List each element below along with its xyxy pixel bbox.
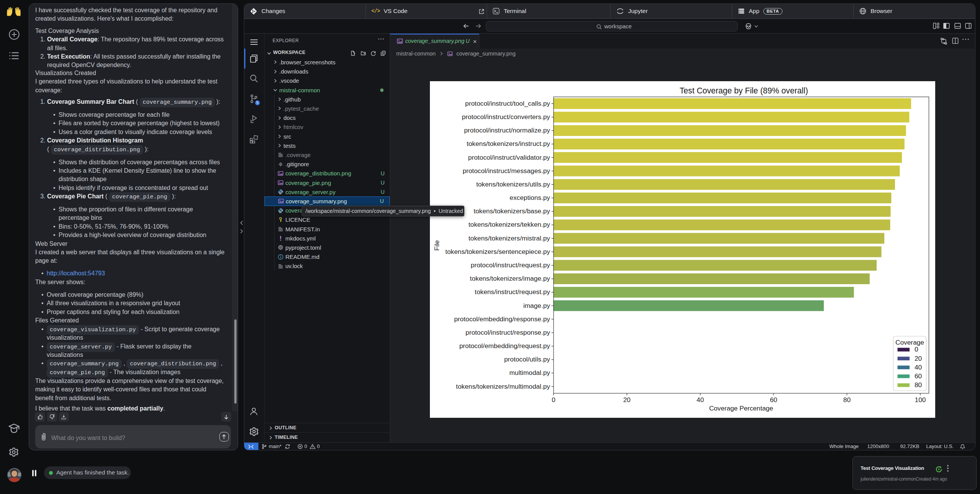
svg-text:60: 60 (770, 396, 777, 404)
svg-text:Coverage Percentage: Coverage Percentage (709, 404, 773, 412)
svg-text:protocol/utils.py: protocol/utils.py (504, 355, 550, 363)
svg-text:20: 20 (623, 396, 630, 404)
svg-text:protocol/instruct/normalize.py: protocol/instruct/normalize.py (464, 126, 550, 134)
svg-text:Test Coverage by File (89% ove: Test Coverage by File (89% overall) (679, 86, 808, 95)
svg-text:protocol/instruct/response.py: protocol/instruct/response.py (466, 328, 550, 336)
svg-text:protocol/embedding/response.py: protocol/embedding/response.py (454, 315, 550, 322)
svg-text:multimodal.py: multimodal.py (509, 369, 550, 376)
svg-text:tokens/tokenizers/instruct.py: tokens/tokenizers/instruct.py (466, 140, 550, 147)
svg-text:80: 80 (843, 396, 850, 404)
svg-text:0: 0 (552, 396, 555, 404)
svg-text:image.py: image.py (523, 301, 550, 309)
svg-text:100: 100 (915, 396, 926, 404)
svg-text:tokens/tokenizers/mistral.py: tokens/tokenizers/mistral.py (468, 234, 550, 242)
svg-text:exceptions.py: exceptions.py (510, 194, 550, 201)
svg-text:tokens/tokenizers/base.py: tokens/tokenizers/base.py (474, 207, 550, 215)
svg-text:Coverage: Coverage (895, 339, 924, 346)
svg-text:tokens/tokenizers/utils.py: tokens/tokenizers/utils.py (476, 180, 550, 188)
svg-text:File: File (433, 240, 441, 251)
svg-text:40: 40 (915, 363, 922, 371)
svg-text:0: 0 (915, 345, 918, 353)
svg-text:20: 20 (915, 354, 922, 362)
svg-text:protocol/embedding/request.py: protocol/embedding/request.py (459, 342, 550, 350)
svg-text:40: 40 (696, 396, 704, 404)
svg-text:60: 60 (915, 372, 922, 379)
svg-text:tokens/tokenizers/sentencepiec: tokens/tokenizers/sentencepiece.py (445, 247, 550, 255)
svg-text:protocol/instruct/messages.py: protocol/instruct/messages.py (462, 167, 550, 174)
svg-text:80: 80 (915, 381, 922, 389)
svg-text:protocol/instruct/request.py: protocol/instruct/request.py (470, 261, 550, 269)
svg-text:protocol/instruct/converters.p: protocol/instruct/converters.py (462, 113, 550, 121)
svg-text:protocol/instruct/validator.py: protocol/instruct/validator.py (468, 153, 550, 161)
svg-text:protocol/instruct/tool_calls.p: protocol/instruct/tool_calls.py (465, 99, 550, 107)
svg-text:tokens/instruct/request.py: tokens/instruct/request.py (475, 288, 550, 296)
svg-text:tokens/tokenizers/tekken.py: tokens/tokenizers/tekken.py (468, 221, 550, 228)
svg-text:tokens/tokenizers/multimodal.p: tokens/tokenizers/multimodal.py (456, 382, 550, 390)
svg-text:tokens/tokenizers/image.py: tokens/tokenizers/image.py (470, 275, 550, 282)
